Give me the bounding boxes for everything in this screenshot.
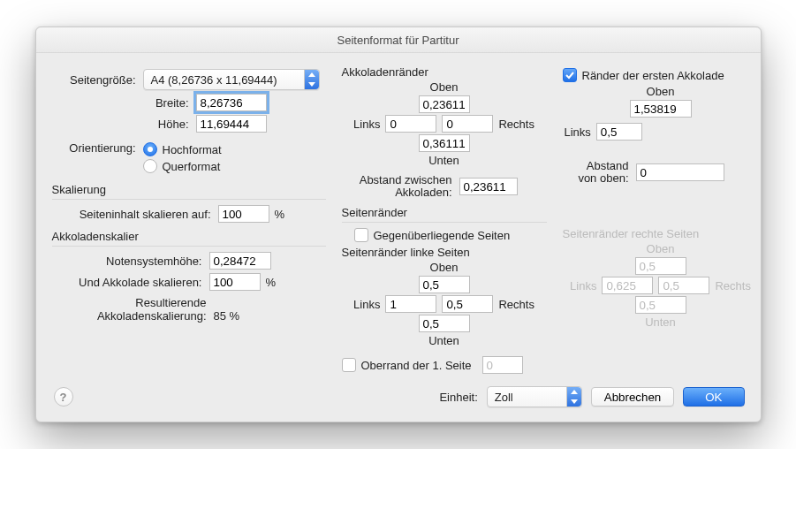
fs-top-input[interactable] — [630, 100, 692, 118]
lp-right-input[interactable] — [442, 295, 493, 313]
checkbox-on-icon — [563, 68, 577, 82]
radio-landscape-label: Querformat — [163, 160, 221, 173]
lp-bottom-input[interactable] — [419, 315, 470, 332]
width-label: Breite: — [52, 96, 196, 110]
separator — [342, 222, 547, 223]
first-system-label: Ränder der ersten Akkolade — [582, 69, 724, 82]
dialog-body: Seitengröße: A4 (8,26736 x 11,69444) Bre… — [36, 53, 761, 379]
system-scaling-group-title: Akkoladenskalier — [52, 230, 326, 243]
unit-popup[interactable]: Zoll — [487, 386, 582, 407]
rp-left-label: Links — [570, 279, 596, 293]
help-button[interactable]: ? — [54, 387, 73, 407]
first-system-check[interactable]: Ränder der ersten Akkolade — [563, 68, 759, 82]
radio-dot-on-icon — [143, 142, 157, 156]
checkbox-off-icon — [342, 358, 356, 372]
from-top-label: Abstand von oben: — [563, 160, 636, 185]
facing-pages-check[interactable]: Gegenüberliegende Seiten — [354, 228, 547, 242]
system-margins-grid: Oben Links Rechts Unten — [342, 80, 547, 167]
page-size-label: Seitengröße: — [52, 73, 143, 87]
unit-value: Zoll — [495, 391, 513, 404]
first-page-top-input — [482, 356, 523, 374]
rp-right-label: Rechts — [715, 279, 750, 293]
orientation-group: Hochformat Querformat — [143, 140, 222, 176]
sm-top-input[interactable] — [419, 95, 470, 113]
first-page-top-check[interactable]: Oberrand der 1. Seite — [342, 356, 547, 374]
lp-left-input[interactable] — [385, 295, 436, 313]
fs-left-input[interactable] — [596, 123, 642, 141]
window-title: Seitenformat für Partitur — [36, 27, 761, 53]
sm-left-input[interactable] — [385, 115, 436, 133]
scale-system-label: Und Akkolade skalieren: — [52, 276, 209, 289]
right-column: Ränder der ersten Akkolade Oben Links Ab… — [563, 65, 759, 374]
percent-2: % — [266, 276, 277, 289]
percent-1: % — [275, 208, 285, 221]
page-size-value: A4 (8,26736 x 11,69444) — [151, 73, 277, 87]
first-system-grid: Oben Links — [563, 85, 759, 141]
rp-top-label: Oben — [647, 242, 675, 255]
orientation-label: Orientierung: — [52, 140, 143, 155]
lp-right-label: Rechts — [498, 298, 534, 311]
system-gap-input[interactable] — [459, 178, 518, 195]
rp-bottom-input — [635, 296, 686, 314]
dialog-footer: ? Einheit: Zoll Abbrechen OK — [36, 379, 761, 407]
separator — [52, 246, 326, 247]
sm-left-label: Links — [353, 118, 380, 131]
checkbox-off-icon — [354, 228, 368, 242]
height-label: Höhe: — [52, 118, 196, 131]
rp-bottom-label: Unten — [645, 315, 676, 329]
system-margins-title: Akkoladenränder — [342, 65, 547, 79]
left-pages-grid: Oben Links Rechts Unten — [342, 261, 547, 347]
lp-bottom-label: Unten — [428, 334, 459, 347]
stepper-icon — [566, 387, 581, 407]
radio-portrait-label: Hochformat — [163, 143, 222, 156]
rp-right-input — [658, 277, 709, 294]
ok-button[interactable]: OK — [683, 387, 744, 407]
lp-top-input[interactable] — [419, 276, 470, 293]
cancel-button[interactable]: Abbrechen — [591, 387, 674, 407]
scale-content-input[interactable] — [218, 205, 269, 223]
scaling-group-title: Skalierung — [52, 183, 326, 196]
right-pages-grid: Oben Links Rechts Unten — [563, 242, 759, 329]
resulting-scaling-value: 85 % — [214, 296, 240, 323]
lp-top-label: Oben — [430, 261, 459, 274]
left-pages-title: Seitenränder linke Seiten — [342, 246, 547, 259]
facing-pages-label: Gegenüberliegende Seiten — [374, 229, 511, 242]
rp-top-input — [635, 257, 686, 275]
system-gap-label: Abstand zwischen Akkoladen: — [342, 174, 459, 199]
fs-top-label: Oben — [647, 85, 675, 98]
sm-bottom-input[interactable] — [419, 134, 470, 152]
fs-left-label: Links — [565, 125, 591, 139]
width-input[interactable] — [196, 94, 267, 111]
staff-height-label: Notensystemhöhe: — [52, 255, 209, 268]
left-column: Seitengröße: A4 (8,26736 x 11,69444) Bre… — [52, 65, 326, 374]
rp-left-input — [602, 277, 653, 294]
height-input[interactable] — [196, 115, 267, 133]
radio-dot-off-icon — [143, 159, 157, 173]
radio-landscape[interactable]: Querformat — [143, 159, 222, 173]
unit-label: Einheit: — [439, 391, 477, 404]
stepper-icon — [304, 70, 319, 89]
from-top-input[interactable] — [636, 163, 724, 181]
resulting-scaling-label: ResultierendeAkkoladenskalierung: — [52, 296, 214, 323]
sm-right-label: Rechts — [498, 118, 534, 131]
sm-right-input[interactable] — [442, 115, 493, 133]
first-page-top-label: Oberrand der 1. Seite — [361, 359, 472, 372]
lp-left-label: Links — [353, 298, 380, 311]
sm-bottom-label: Unten — [428, 154, 459, 167]
separator — [52, 199, 326, 200]
scale-content-label: Seiteninhalt skalieren auf: — [52, 208, 218, 221]
staff-height-input[interactable] — [209, 252, 271, 270]
page-margins-title: Seitenränder — [342, 206, 547, 219]
sm-top-label: Oben — [430, 80, 459, 94]
radio-portrait[interactable]: Hochformat — [143, 142, 222, 156]
middle-column: Akkoladenränder Oben Links Rechts Unten … — [342, 65, 547, 374]
dialog-page-format: Seitenformat für Partitur Seitengröße: A… — [35, 27, 762, 422]
scale-system-input[interactable] — [209, 273, 261, 291]
right-pages-title: Seitenränder rechte Seiten — [563, 227, 759, 240]
page-size-popup[interactable]: A4 (8,26736 x 11,69444) — [143, 69, 320, 90]
